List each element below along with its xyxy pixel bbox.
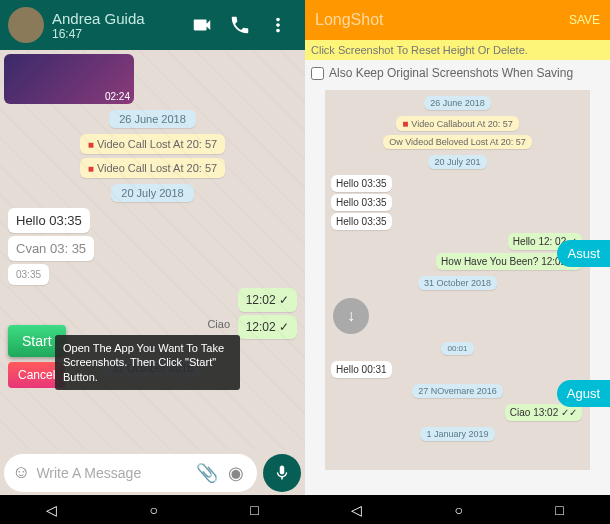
date-divider: 1 January 2019: [420, 427, 494, 441]
video-duration: 02:24: [105, 91, 130, 102]
message-input-bar: ☺ Write A Message 📎 ◉: [0, 450, 305, 495]
message-incoming[interactable]: 03:35: [8, 264, 49, 285]
keep-originals-checkbox[interactable]: [311, 67, 324, 80]
back-icon[interactable]: ◁: [46, 502, 57, 518]
date-divider: 31 October 2018: [418, 276, 497, 290]
camera-icon: ■: [88, 139, 94, 150]
mic-icon: [273, 464, 291, 482]
recent-icon[interactable]: □: [250, 502, 258, 518]
contact-name: Andrea Guida: [52, 10, 183, 27]
info-banner: Click Screenshot To Reset Height Or Dele…: [305, 40, 610, 60]
message-incoming: Hello 03:35: [331, 194, 392, 211]
avatar[interactable]: [8, 7, 44, 43]
longshot-header: LongShot SAVE: [305, 0, 610, 40]
side-tab[interactable]: Asust: [557, 240, 610, 267]
emoji-icon[interactable]: ☺: [12, 462, 30, 483]
video-thumbnail[interactable]: 02:24: [4, 54, 134, 104]
attach-icon[interactable]: 📎: [196, 462, 218, 484]
date-divider: 20 July 201: [428, 155, 486, 169]
chat-area[interactable]: 02:24 26 June 2018 ■Video Call Lost At 2…: [0, 50, 305, 450]
side-tab[interactable]: Agust: [557, 380, 610, 407]
message-outgoing[interactable]: 12:02 ✓: [238, 315, 297, 339]
message-incoming: Hello 03:35: [331, 175, 392, 192]
camera-icon: ■: [88, 163, 94, 174]
whatsapp-header: Andrea Guida 16:47: [0, 0, 305, 50]
date-divider: 20 July 2018: [111, 184, 193, 202]
back-icon[interactable]: ◁: [351, 502, 362, 518]
video-call-icon[interactable]: [191, 14, 213, 36]
home-icon[interactable]: ○: [150, 502, 158, 518]
message-outgoing[interactable]: 12:02 ✓: [238, 288, 297, 312]
checkbox-row[interactable]: Also Keep Original Screenshots When Savi…: [305, 60, 610, 86]
mic-button[interactable]: [263, 454, 301, 492]
call-log: Ow Videod Beloved Lost At 20: 57: [383, 135, 531, 149]
android-navbar: ◁ ○ □: [0, 495, 305, 524]
app-title: LongShot: [315, 11, 569, 29]
call-log: ■Video Call Lost At 20: 57: [80, 158, 225, 178]
tooltip: Open The App You Want To Take Screenshot…: [55, 335, 240, 390]
menu-icon[interactable]: [267, 14, 289, 36]
call-log: ■Video Call Lost At 20: 57: [80, 134, 225, 154]
message-text: Ciao: [207, 318, 230, 330]
date-divider: 26 June 2018: [424, 96, 491, 110]
date-divider: 27 NOvemare 2016: [412, 384, 503, 398]
message-incoming: Hello 03:35: [331, 213, 392, 230]
camera-icon[interactable]: ◉: [228, 462, 244, 484]
contact-info[interactable]: Andrea Guida 16:47: [52, 10, 183, 41]
date-divider: 26 June 2018: [109, 110, 196, 128]
home-icon[interactable]: ○: [455, 502, 463, 518]
voice-call-icon[interactable]: [229, 14, 251, 36]
message-input[interactable]: ☺ Write A Message 📎 ◉: [4, 454, 257, 492]
contact-time: 16:47: [52, 27, 183, 41]
android-navbar: ◁ ○ □: [305, 495, 610, 524]
message-incoming[interactable]: Hello 03:35: [8, 208, 90, 233]
message-incoming: Hello 00:31: [331, 361, 392, 378]
screenshot-preview[interactable]: 26 June 2018 ■Video Callabout At 20: 57 …: [325, 90, 590, 470]
save-button[interactable]: SAVE: [569, 13, 600, 27]
message-incoming[interactable]: Cvan 03: 35: [8, 236, 94, 261]
call-log: ■Video Callabout At 20: 57: [396, 116, 518, 131]
input-placeholder: Write A Message: [36, 465, 191, 481]
download-button[interactable]: ↓: [333, 298, 369, 334]
audio-time: 00:01: [441, 342, 473, 355]
recent-icon[interactable]: □: [555, 502, 563, 518]
checkbox-label: Also Keep Original Screenshots When Savi…: [329, 66, 573, 80]
